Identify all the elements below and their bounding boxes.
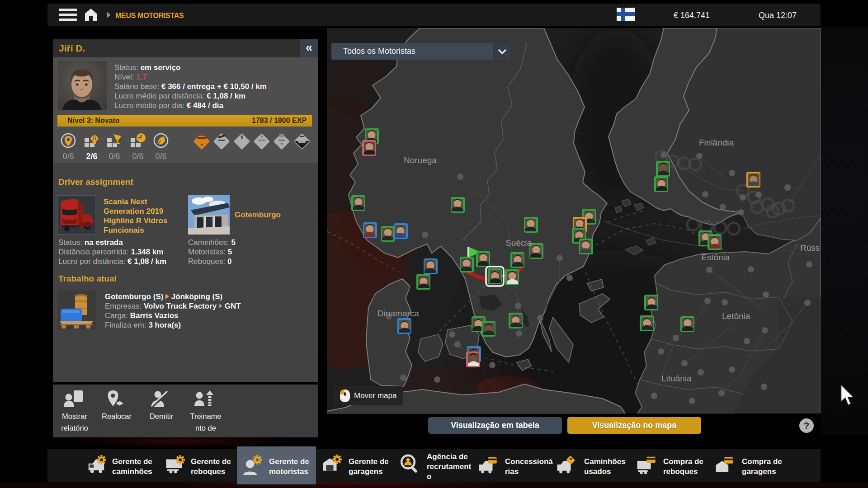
- svg-text:Rúss: Rúss: [800, 243, 820, 253]
- svg-text:Lituânia: Lituânia: [661, 374, 692, 383]
- svg-text:Dinamarca: Dinamarca: [377, 309, 419, 318]
- svg-text:Finlândia: Finlândia: [699, 138, 734, 147]
- svg-text:Suécia: Suécia: [505, 238, 532, 248]
- svg-text:Letônia: Letônia: [722, 311, 750, 321]
- svg-text:Noruega: Noruega: [404, 155, 437, 165]
- svg-text:Estônia: Estônia: [701, 253, 730, 262]
